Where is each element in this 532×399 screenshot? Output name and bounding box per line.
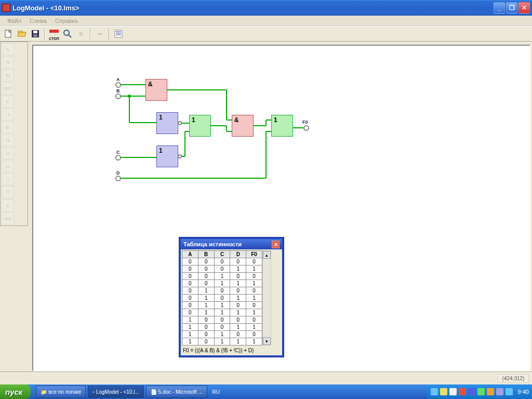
dialog-title: Таблица истинности <box>183 241 242 247</box>
zoom-button[interactable] <box>61 28 74 40</box>
scroll-up-button[interactable]: ▴ <box>263 251 271 259</box>
scroll-down-button[interactable]: ▾ <box>263 337 271 345</box>
svg-rect-7 <box>49 30 59 33</box>
svg-rect-5 <box>33 31 37 33</box>
table-row: 10111 <box>182 338 262 345</box>
language-indicator[interactable]: RU <box>212 389 220 395</box>
svg-point-22 <box>178 155 181 158</box>
sw-a-tool[interactable]: ⊥ <box>2 173 14 185</box>
tray-icon[interactable] <box>449 388 457 395</box>
title-bar: LogModel - <10.lms> _ ❐ ✕ <box>0 0 532 16</box>
text-tool[interactable]: text <box>2 212 14 224</box>
and-a-tool[interactable]: &· <box>2 121 14 134</box>
table-header: F0 <box>246 251 262 258</box>
menu-schema[interactable]: Схема <box>25 17 51 25</box>
toolbar: СТОП ↻ ✂ <box>0 26 532 42</box>
status-bar: (424;312) <box>0 371 532 384</box>
svg-rect-10 <box>115 30 122 37</box>
formula-text: F0 = (((A & B) & (!B + !C)) + D) <box>182 345 281 354</box>
window-buttons: _ ❐ ✕ <box>494 2 530 14</box>
in-tool[interactable]: IN <box>2 69 14 82</box>
refresh-button: ↻ <box>75 28 87 40</box>
close-button[interactable]: ✕ <box>518 2 530 14</box>
wire-tool[interactable]: ↯ <box>2 56 14 69</box>
one-a-tool[interactable]: 1· <box>2 95 14 108</box>
dialog-title-bar[interactable]: Таблица истинности ✕ <box>181 239 282 249</box>
toolbar-sep <box>90 28 91 39</box>
clock[interactable]: 9:40 <box>518 389 529 395</box>
mux-a-tool[interactable]: ▭ <box>2 147 14 159</box>
status-coords: (424;312) <box>498 374 529 383</box>
one-b-tool[interactable]: ·1 <box>2 108 14 121</box>
new-file-button[interactable] <box>2 28 15 40</box>
taskbar-task[interactable]: ▫ LogModel - <10.l... <box>88 385 143 398</box>
dialog-body: ABCDF0 000000001100100001110100001011011… <box>181 249 282 355</box>
table-row: 00100 <box>182 273 262 280</box>
sw-b-tool[interactable]: ⊤ <box>2 186 14 198</box>
save-button[interactable] <box>29 28 42 40</box>
table-scrollbar[interactable]: ▴ ▾ <box>262 250 271 345</box>
table-header: D <box>230 251 246 258</box>
svg-line-9 <box>69 35 71 37</box>
system-tray: 9:40 <box>428 384 532 399</box>
menu-bar: Файл Схема Справка <box>0 16 532 26</box>
taskbar-task[interactable]: 📄 5.doc - Microsoft ... <box>146 385 207 398</box>
and-b-tool[interactable]: ·& <box>2 134 14 147</box>
mux-b-tool[interactable]: ▭ <box>2 160 14 172</box>
out-tool[interactable]: OUT <box>2 82 14 95</box>
truth-table-dialog[interactable]: Таблица истинности ✕ ABCDF0 000000001100… <box>179 237 284 357</box>
table-row: 00111 <box>182 280 262 287</box>
svg-point-20 <box>178 122 181 125</box>
toolbar-sep <box>109 28 110 39</box>
tray-icon[interactable] <box>487 388 494 395</box>
tray-icon[interactable] <box>440 388 447 395</box>
window-title: LogModel - <10.lms> <box>12 4 494 12</box>
svg-point-8 <box>64 30 69 35</box>
toolbar-sep <box>44 28 45 39</box>
svg-rect-3 <box>18 31 22 33</box>
taskbar: пуск 📁 все по логике▫ LogModel - <10.l..… <box>0 384 532 399</box>
app-icon <box>2 4 10 12</box>
table-row: 10000 <box>182 316 262 324</box>
menu-help[interactable]: Справка <box>51 17 82 25</box>
disp-tool[interactable]: 8 <box>2 199 14 211</box>
menu-file[interactable]: Файл <box>3 17 25 25</box>
list-button[interactable] <box>112 28 125 40</box>
table-header: C <box>214 251 230 258</box>
taskbar-task[interactable]: 📁 все по логике <box>36 385 86 398</box>
table-row: 10011 <box>182 324 262 331</box>
truth-table: ABCDF0 000000001100100001110100001011011… <box>182 250 262 345</box>
maximize-button[interactable]: ❐ <box>506 2 517 14</box>
pointer-tool[interactable]: ↖ <box>2 43 14 56</box>
table-header: A <box>182 251 198 258</box>
dialog-close-button[interactable]: ✕ <box>272 241 280 248</box>
minimize-button[interactable]: _ <box>494 2 505 14</box>
tray-icon[interactable] <box>496 388 503 395</box>
svg-rect-6 <box>33 34 37 37</box>
table-row: 01111 <box>182 309 262 316</box>
tray-icon[interactable] <box>468 388 475 395</box>
tray-icon[interactable] <box>477 388 485 395</box>
table-row: 01000 <box>182 287 262 295</box>
open-file-button[interactable] <box>16 28 28 40</box>
canvas[interactable]: A B C D & 1 1 1 & 1 F0 <box>33 46 529 370</box>
canvas-area[interactable]: A B C D & 1 1 1 & 1 F0 <box>32 45 530 371</box>
cut-button: ✂ <box>94 28 106 40</box>
table-header: B <box>198 251 214 258</box>
table-row: 00011 <box>182 265 262 273</box>
table-row: 01011 <box>182 295 262 302</box>
tray-icon[interactable] <box>459 388 466 395</box>
table-row: 01100 <box>182 302 262 309</box>
table-row: 00000 <box>182 258 262 265</box>
tray-icon[interactable] <box>431 388 438 395</box>
start-button[interactable]: пуск <box>0 384 31 399</box>
table-row: 10100 <box>182 331 262 338</box>
stop-button[interactable]: СТОП <box>48 28 60 40</box>
tool-palette: ↖ ↯ IN OUT 1· ·1 &· ·& ▭ ▭ ⊥ ⊤ 8 text <box>0 42 28 226</box>
tray-icon[interactable] <box>506 388 513 395</box>
